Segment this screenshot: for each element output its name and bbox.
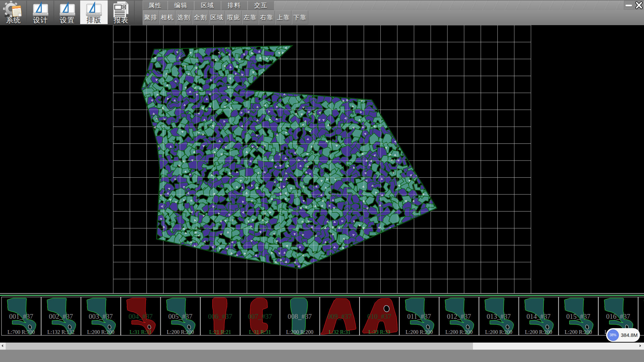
svg-text:L:32 R:31: L:32 R:31 xyxy=(329,329,351,335)
svg-text:L:31 R:31: L:31 R:31 xyxy=(249,329,271,335)
svg-text:002_#37: 002_#37 xyxy=(49,313,73,320)
svg-text:008_#37: 008_#37 xyxy=(288,313,312,320)
svg-text:L:700 R:700: L:700 R:700 xyxy=(7,329,35,335)
svg-text:L:200 R:200: L:200 R:200 xyxy=(565,329,592,335)
svg-text:L:200 R:200: L:200 R:200 xyxy=(525,329,552,335)
svg-text:016_#37: 016_#37 xyxy=(606,313,630,320)
svg-text:L:200 R:200: L:200 R:200 xyxy=(445,329,473,335)
svg-text:L:132 R:132: L:132 R:132 xyxy=(47,329,74,335)
svg-text:L:31 R:31: L:31 R:31 xyxy=(129,329,151,335)
svg-text:007_#37: 007_#37 xyxy=(248,313,272,320)
svg-text:003_#37: 003_#37 xyxy=(89,313,113,320)
svg-text:L:200 R:200: L:200 R:200 xyxy=(485,329,512,335)
svg-text:009_#37: 009_#37 xyxy=(327,313,352,320)
svg-text:L:200 R:200: L:200 R:200 xyxy=(167,329,194,335)
svg-text:013_#37: 013_#37 xyxy=(487,313,511,320)
svg-text:005_#37: 005_#37 xyxy=(168,313,193,320)
svg-text:004_#37: 004_#37 xyxy=(128,313,153,320)
svg-text:011_#37: 011_#37 xyxy=(407,313,431,320)
svg-text:L:200 R:200: L:200 R:200 xyxy=(406,329,433,335)
svg-text:010_#37: 010_#37 xyxy=(367,313,391,320)
svg-text:L:200 R:200: L:200 R:200 xyxy=(286,329,313,335)
svg-text:L:21 R:21: L:21 R:21 xyxy=(209,329,231,335)
svg-text:001_#37: 001_#37 xyxy=(9,313,33,320)
svg-text:015_#37: 015_#37 xyxy=(566,313,590,320)
svg-text:L:200 R:200: L:200 R:200 xyxy=(87,329,114,335)
svg-text:012_#37: 012_#37 xyxy=(447,313,471,320)
svg-text:006_#37: 006_#37 xyxy=(208,313,232,320)
svg-text:L:33 R:33: L:33 R:33 xyxy=(368,329,390,335)
svg-text:014_#37: 014_#37 xyxy=(527,313,551,320)
